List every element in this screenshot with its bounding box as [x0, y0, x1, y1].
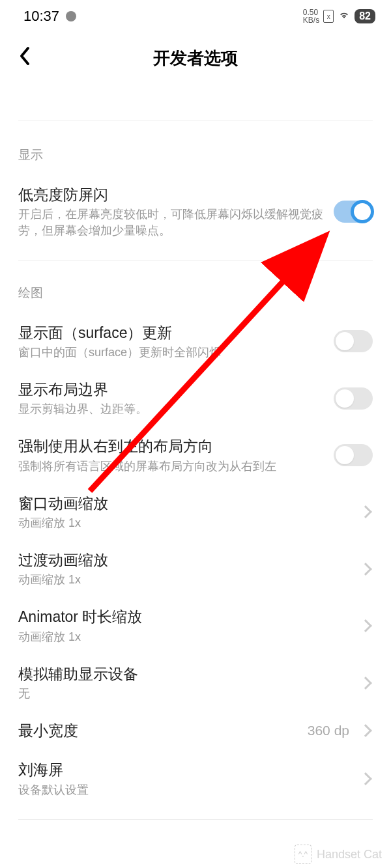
compass-icon — [66, 11, 76, 21]
setting-transition-animation-scale[interactable]: 过渡动画缩放 动画缩放 1x — [18, 540, 373, 597]
watermark: ^.^ Handset Cat — [295, 845, 382, 864]
setting-title: 过渡动画缩放 — [18, 550, 351, 570]
setting-desc: 动画缩放 1x — [18, 629, 351, 645]
back-button[interactable] — [18, 46, 31, 70]
setting-title: 低亮度防屏闪 — [18, 184, 323, 205]
status-time: 10:37 — [23, 8, 59, 25]
setting-desc: 显示剪辑边界、边距等。 — [18, 401, 323, 417]
setting-low-brightness-flicker[interactable]: 低亮度防屏闪 开启后，在屏幕亮度较低时，可降低屏幕闪烁以缓解视觉疲劳，但屏幕会增… — [18, 175, 373, 249]
settings-content: 显示 低亮度防屏闪 开启后，在屏幕亮度较低时，可降低屏幕闪烁以缓解视觉疲劳，但屏… — [0, 89, 391, 820]
setting-title: 窗口动画缩放 — [18, 493, 351, 514]
setting-desc: 开启后，在屏幕亮度较低时，可降低屏幕闪烁以缓解视觉疲劳，但屏幕会增加少量噪点。 — [18, 206, 323, 239]
chevron-right-icon — [359, 505, 372, 518]
toggle-knob — [336, 446, 354, 464]
setting-text: 最小宽度 — [18, 720, 297, 741]
setting-text: 窗口动画缩放 动画缩放 1x — [18, 493, 351, 531]
toggle-knob — [351, 200, 374, 223]
toggle-force-rtl[interactable] — [334, 444, 373, 466]
chevron-right-icon — [359, 619, 372, 632]
section-header-drawing: 绘图 — [18, 266, 373, 313]
setting-surface-updates[interactable]: 显示面（surface）更新 窗口中的面（surface）更新时全部闪烁 — [18, 313, 373, 370]
setting-minimum-width[interactable]: 最小宽度 360 dp — [18, 711, 373, 750]
status-right: 0.50 KB/s x 82 — [303, 8, 375, 24]
setting-text: 过渡动画缩放 动画缩放 1x — [18, 550, 351, 588]
top-divider — [18, 89, 373, 120]
setting-text: 低亮度防屏闪 开启后，在屏幕亮度较低时，可降低屏幕闪烁以缓解视觉疲劳，但屏幕会增… — [18, 184, 323, 240]
wifi-icon — [338, 8, 351, 24]
setting-text: 强制使用从右到左的布局方向 强制将所有语言区域的屏幕布局方向改为从右到左 — [18, 436, 323, 474]
chevron-right-icon — [359, 563, 372, 576]
setting-text: 显示面（surface）更新 窗口中的面（surface）更新时全部闪烁 — [18, 322, 323, 361]
setting-animator-duration-scale[interactable]: Animator 时长缩放 动画缩放 1x — [18, 597, 373, 654]
status-bar: 10:37 0.50 KB/s x 82 — [0, 0, 391, 31]
setting-title: 显示布局边界 — [18, 379, 323, 400]
toggle-layout-bounds[interactable] — [334, 387, 373, 410]
watermark-text: Handset Cat — [317, 848, 382, 861]
network-speed: 0.50 KB/s — [303, 8, 319, 24]
setting-value: 360 dp — [308, 723, 349, 738]
setting-desc: 强制将所有语言区域的屏幕布局方向改为从右到左 — [18, 458, 323, 475]
divider — [18, 819, 373, 820]
chevron-right-icon — [359, 724, 372, 737]
sim-icon: x — [323, 10, 334, 23]
setting-window-animation-scale[interactable]: 窗口动画缩放 动画缩放 1x — [18, 484, 373, 540]
setting-desc: 动画缩放 1x — [18, 515, 351, 531]
status-left: 10:37 — [23, 8, 76, 25]
battery-level: 82 — [355, 9, 375, 23]
setting-desc: 无 — [18, 686, 351, 702]
setting-title: Animator 时长缩放 — [18, 606, 351, 627]
setting-layout-bounds[interactable]: 显示布局边界 显示剪辑边界、边距等。 — [18, 370, 373, 427]
chevron-right-icon — [359, 677, 372, 690]
setting-title: 刘海屏 — [18, 759, 351, 780]
toggle-knob — [336, 332, 354, 350]
watermark-icon: ^.^ — [295, 845, 311, 864]
toggle-knob — [336, 389, 354, 408]
setting-text: 刘海屏 设备默认设置 — [18, 759, 351, 798]
divider — [18, 260, 373, 261]
setting-display-cutout[interactable]: 刘海屏 设备默认设置 — [18, 750, 373, 807]
setting-text: 模拟辅助显示设备 无 — [18, 664, 351, 702]
setting-title: 强制使用从右到左的布局方向 — [18, 436, 323, 456]
page-title: 开发者选项 — [18, 47, 373, 70]
setting-simulate-secondary-display[interactable]: 模拟辅助显示设备 无 — [18, 654, 373, 711]
setting-force-rtl[interactable]: 强制使用从右到左的布局方向 强制将所有语言区域的屏幕布局方向改为从右到左 — [18, 427, 373, 483]
chevron-right-icon — [359, 772, 372, 785]
setting-desc: 动画缩放 1x — [18, 572, 351, 588]
setting-title: 最小宽度 — [18, 720, 297, 741]
setting-title: 模拟辅助显示设备 — [18, 664, 351, 684]
setting-desc: 窗口中的面（surface）更新时全部闪烁 — [18, 344, 323, 361]
section-header-display: 显示 — [18, 128, 373, 175]
setting-text: 显示布局边界 显示剪辑边界、边距等。 — [18, 379, 323, 417]
setting-desc: 设备默认设置 — [18, 782, 351, 798]
toggle-surface-updates[interactable] — [334, 330, 373, 352]
setting-title: 显示面（surface）更新 — [18, 322, 323, 343]
setting-text: Animator 时长缩放 动画缩放 1x — [18, 606, 351, 645]
toggle-low-brightness[interactable] — [334, 201, 373, 223]
title-bar: 开发者选项 — [0, 31, 391, 89]
